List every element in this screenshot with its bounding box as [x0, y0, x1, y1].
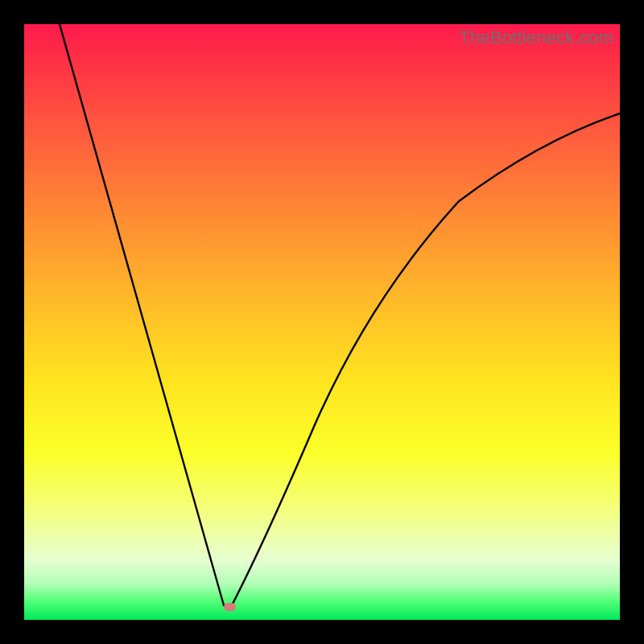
curve-path	[60, 24, 620, 608]
chart-frame: TheBottleneck.com	[0, 0, 644, 644]
plot-area: TheBottleneck.com	[24, 24, 620, 620]
bottleneck-curve	[24, 24, 620, 620]
optimal-point-marker	[224, 603, 236, 611]
